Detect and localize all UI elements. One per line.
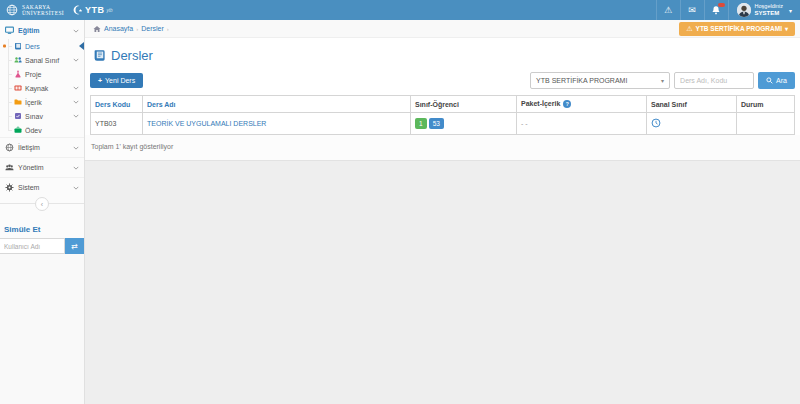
sidebar-item-sanal-sinif[interactable]: Sanal Sınıf (0, 53, 84, 67)
program-select[interactable]: YTB SERTİFİKA PROGRAMI ▾ (530, 72, 670, 89)
sidebar-item-label: Ödev (25, 127, 42, 134)
program-badge-label: YTB SERTİFİKA PROGRAMI (696, 25, 782, 32)
simulate-button[interactable]: ⇄ (65, 238, 84, 254)
sidebar-item-egitim[interactable]: Eğitim (0, 22, 84, 39)
col-header-label: Paket-İçerik (521, 100, 560, 107)
warning-icon: ⚠ (686, 25, 692, 33)
chevron-down-icon (73, 100, 79, 104)
sidebar-collapse-row: ‹ (0, 203, 84, 219)
course-name-cell: TEORİK VE UYGULAMALI DERSLER (143, 113, 411, 135)
sidebar-item-kaynak[interactable]: Kaynak (0, 81, 84, 95)
chevron-down-icon (73, 146, 79, 150)
class-student-cell: 153 (411, 113, 517, 135)
sidebar-background (0, 254, 84, 404)
plus-icon: + (98, 77, 102, 84)
col-header-paket-icerik: Paket-İçerik? (517, 96, 647, 113)
book-icon (93, 49, 106, 62)
welcome-label: Hoşgeldiniz (755, 3, 783, 10)
users-group-icon (5, 163, 14, 172)
brand-logo[interactable]: SAKARYA ÜNİVERSİTESİ YTB ytb (0, 0, 119, 20)
avatar (737, 3, 751, 17)
table-header-row: Ders Kodu Ders Adı Sınıf-Öğrenci Paket-İ… (91, 96, 795, 113)
sidebar-item-label: Sistem (18, 184, 39, 191)
users-icon (14, 56, 22, 64)
help-icon[interactable]: ? (563, 100, 571, 108)
content-background (85, 160, 800, 404)
search-icon (766, 77, 773, 84)
toolbar: + Yeni Ders YTB SERTİFİKA PROGRAMI ▾ (90, 72, 795, 89)
top-navbar: SAKARYA ÜNİVERSİTESİ YTB ytb ⚠ ✉ (0, 0, 800, 20)
sidebar-item-label: Yönetim (18, 164, 44, 171)
sidebar-item-iletisim[interactable]: İletişim (0, 137, 84, 157)
search-button[interactable]: Ara (758, 72, 795, 89)
book-icon (14, 42, 22, 50)
brand-line2: ÜNİVERSİTESİ (22, 10, 64, 16)
col-header-ders-adi[interactable]: Ders Adı (143, 96, 411, 113)
sidebar-menu: Eğitim Ders (0, 20, 84, 197)
course-search-input[interactable] (674, 72, 754, 89)
sidebar-item-label: İletişim (18, 144, 40, 151)
messages-button[interactable]: ✉ (680, 0, 704, 20)
chevron-down-icon (73, 29, 79, 33)
exchange-icon: ⇄ (71, 242, 78, 251)
flask-icon (14, 70, 22, 78)
sidebar-item-sinav[interactable]: Sınav (0, 109, 84, 123)
sidebar-item-label: İçerik (25, 99, 42, 106)
active-item-arrow (79, 42, 84, 50)
notifications-button[interactable] (704, 0, 728, 20)
chevron-down-icon: ▾ (661, 77, 664, 84)
new-course-button[interactable]: + Yeni Ders (90, 73, 143, 88)
user-menu[interactable]: Hoşgeldiniz SYSTEM ▾ (728, 0, 800, 20)
filter-group: YTB SERTİFİKA PROGRAMI ▾ Ara (530, 72, 795, 89)
chevron-down-icon (73, 186, 79, 190)
sidebar-item-icerik[interactable]: İçerik (0, 95, 84, 109)
breadcrumb: Anasayfa › Dersler › ⚠ YTB SERTİFİKA PRO… (85, 20, 800, 38)
col-header-sinif-ogrenci: Sınıf-Öğrenci (411, 96, 517, 113)
app-window: SAKARYA ÜNİVERSİTESİ YTB ytb ⚠ ✉ (0, 0, 800, 404)
sidebar-collapse-button[interactable]: ‹ (35, 197, 49, 211)
sidebar-item-label: Eğitim (18, 27, 39, 34)
page-title: Dersler (111, 48, 153, 63)
chevron-down-icon (73, 58, 79, 62)
sidebar-item-label: Ders (25, 43, 40, 50)
briefcase-icon (14, 126, 22, 134)
sidebar-item-odev[interactable]: Ödev (0, 123, 84, 137)
alerts-button[interactable]: ⚠ (656, 0, 680, 20)
virtual-class-cell (647, 113, 737, 135)
simulate-title: Simüle Et (0, 221, 84, 238)
table-row: YTB03 TEORİK VE UYGULAMALI DERSLER 153 -… (91, 113, 795, 135)
envelope-icon: ✉ (688, 6, 696, 15)
sidebar-submenu-egitim: Ders Sanal Sınıf (0, 39, 84, 137)
main-area: Anasayfa › Dersler › ⚠ YTB SERTİFİKA PRO… (85, 20, 800, 404)
breadcrumb-separator: › (167, 26, 169, 32)
globe-icon (5, 143, 14, 152)
gear-icon (5, 183, 14, 192)
chevron-down-icon: ▾ (789, 7, 792, 14)
sidebar-item-label: Sınav (25, 113, 43, 120)
sidebar-item-proje[interactable]: Proje (0, 67, 84, 81)
col-header-ders-kodu[interactable]: Ders Kodu (91, 96, 143, 113)
courses-table: Ders Kodu Ders Adı Sınıf-Öğrenci Paket-İ… (90, 95, 795, 135)
sidebar-item-label: Sanal Sınıf (25, 57, 59, 64)
status-cell (737, 113, 795, 135)
chevron-down-icon (73, 166, 79, 170)
student-count-badge: 53 (429, 118, 444, 129)
simulate-user-input[interactable] (0, 238, 65, 254)
course-link[interactable]: TEORİK VE UYGULAMALI DERSLER (147, 120, 266, 127)
chevron-down-icon (73, 114, 79, 118)
breadcrumb-current[interactable]: Dersler (141, 25, 164, 32)
clock-icon (651, 118, 661, 128)
welcome-text: Hoşgeldiniz SYSTEM (755, 3, 783, 17)
ytb-logo: YTB ytb (73, 5, 113, 15)
sidebar-item-ders[interactable]: Ders (0, 39, 84, 53)
exam-check-icon (14, 112, 22, 120)
sidebar-item-yonetim[interactable]: Yönetim (0, 157, 84, 177)
warning-icon: ⚠ (664, 6, 672, 15)
welcome-username: SYSTEM (755, 10, 783, 17)
brand-text: SAKARYA ÜNİVERSİTESİ (22, 4, 64, 17)
program-select-value: YTB SERTİFİKA PROGRAMI (536, 77, 627, 84)
sidebar-item-sistem[interactable]: Sistem (0, 177, 84, 197)
breadcrumb-home[interactable]: Anasayfa (104, 25, 133, 32)
home-icon (93, 25, 101, 33)
program-badge-button[interactable]: ⚠ YTB SERTİFİKA PROGRAMI ▾ (679, 22, 795, 36)
